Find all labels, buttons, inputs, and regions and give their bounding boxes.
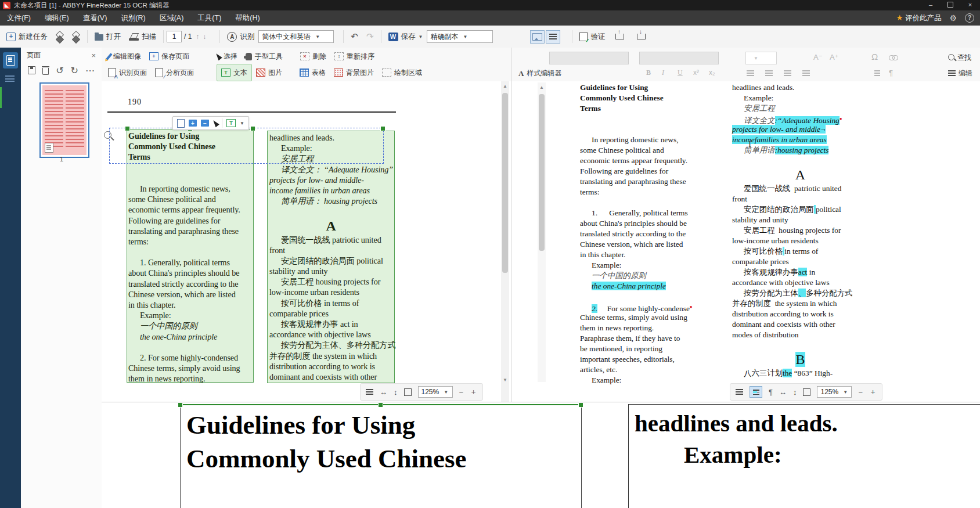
text-list-icon[interactable]: [736, 389, 743, 395]
save-word-button[interactable]: W 保存 ▼: [384, 28, 427, 45]
more-options-icon[interactable]: ⋯: [85, 65, 95, 76]
formatting-marks-icon[interactable]: ¶: [769, 388, 773, 397]
language-select[interactable]: 简体中文和英语 ▼: [258, 30, 334, 43]
scale-select[interactable]: ▼: [745, 52, 777, 64]
align-center-icon[interactable]: [765, 70, 773, 77]
new-task-button[interactable]: + 新建任务: [2, 28, 52, 45]
verify-button[interactable]: ✓ 验证: [575, 28, 609, 45]
edit-image-button[interactable]: 编辑图像: [104, 48, 145, 64]
image-zoom-select[interactable]: 125% ▼: [418, 386, 453, 398]
edit-mode-button[interactable]: 编辑: [948, 69, 972, 78]
fit-width-icon[interactable]: ↔: [779, 388, 787, 397]
save-page-button[interactable]: + 保存页面: [145, 48, 193, 64]
fit-height-icon[interactable]: ↕: [394, 388, 398, 397]
close-panel-icon[interactable]: ×: [91, 51, 96, 60]
undo-button[interactable]: ↶: [347, 28, 362, 45]
analyze-page-button[interactable]: ∕ 分析页面: [151, 64, 198, 81]
font-name-select[interactable]: [549, 52, 629, 64]
menu-edit[interactable]: 编辑(E): [38, 10, 76, 26]
settings-gear-icon[interactable]: ⚙: [949, 13, 957, 23]
scroll-up-icon[interactable]: ▲: [538, 84, 546, 92]
delete-region-button[interactable]: × 删除: [296, 48, 330, 64]
subtract-region-icon[interactable]: −: [201, 120, 209, 127]
align-justify-icon[interactable]: [802, 70, 810, 77]
rate-product-button[interactable]: ★ 评价此产品: [896, 13, 942, 23]
special-symbol-icon[interactable]: Ω: [871, 52, 878, 62]
highlight-uncertain-toggle[interactable]: [750, 386, 762, 398]
trash-icon[interactable]: [42, 68, 49, 75]
zoom-out-icon[interactable]: −: [858, 388, 863, 397]
underline-button[interactable]: U: [678, 69, 683, 77]
minimize-button[interactable]: –: [921, 0, 941, 10]
superscript-button[interactable]: x²: [693, 69, 699, 77]
pages-stack-button[interactable]: [68, 28, 84, 45]
text-scrollbar[interactable]: ▲: [538, 82, 546, 382]
add-region-icon[interactable]: +: [189, 120, 197, 127]
menu-area[interactable]: 区域(A): [153, 10, 191, 26]
image-scrollbar[interactable]: ▲ ▼: [501, 81, 509, 402]
scroll-down-icon[interactable]: ▼: [501, 376, 509, 384]
reorder-button[interactable]: ↕ 重新排序: [330, 48, 379, 64]
hand-tool-button[interactable]: 手型工具: [242, 48, 287, 64]
rotate-left-icon[interactable]: ↺: [56, 65, 63, 76]
page-thumbnail[interactable]: [39, 82, 89, 158]
ocr-column2-text[interactable]: headlines and leads.Example:安居工程译文全文:“Ad…: [732, 82, 869, 379]
font-size-select[interactable]: [639, 52, 719, 64]
text-region-type-icon[interactable]: T: [226, 119, 236, 127]
ocr-column1-text[interactable]: Guidelines for UsingCommonly Used Chines…: [580, 82, 718, 385]
region-type-dropdown-icon[interactable]: ▼: [240, 121, 244, 126]
save-page-icon[interactable]: [28, 66, 35, 74]
background-picture-button[interactable]: 背景图片: [330, 64, 378, 81]
rotate-right-icon[interactable]: ↻: [71, 65, 78, 76]
menu-view[interactable]: 查看(V): [76, 10, 114, 26]
fit-page-icon[interactable]: [404, 388, 412, 396]
style-editor-button[interactable]: A 样式编辑器: [518, 69, 561, 78]
recognize-button[interactable]: A 识别: [223, 28, 258, 45]
draw-region-button[interactable]: 绘制区域: [378, 64, 426, 81]
menu-recognize[interactable]: 识别(R): [114, 10, 152, 26]
page-number-input[interactable]: 1: [167, 31, 182, 42]
save-dropdown-icon[interactable]: ▼: [419, 34, 423, 39]
previous-page-icon[interactable]: ↑: [194, 33, 201, 41]
fit-width-icon[interactable]: ↔: [380, 388, 387, 397]
menu-file[interactable]: 文件(F): [0, 10, 38, 26]
scrollbar-thumb[interactable]: [539, 94, 545, 251]
bold-button[interactable]: B: [646, 69, 651, 77]
help-icon[interactable]: ?: [965, 13, 974, 23]
italic-button[interactable]: I: [662, 69, 664, 77]
paragraph-settings-icon[interactable]: ¶: [889, 69, 893, 77]
previous-error-button[interactable]: ↑: [609, 28, 630, 45]
redo-button[interactable]: ↷: [362, 28, 378, 45]
fit-height-icon[interactable]: ↕: [793, 388, 797, 397]
pages-panel-button[interactable]: [3, 52, 18, 69]
selection-handle[interactable]: [380, 126, 385, 131]
next-page-icon[interactable]: ↓: [201, 33, 208, 41]
menu-help[interactable]: 帮助(H): [228, 10, 266, 26]
picture-region-button[interactable]: 图片: [252, 64, 286, 81]
close-button[interactable]: ×: [960, 0, 980, 10]
scan-button[interactable]: 扫描: [125, 28, 160, 45]
subscript-button[interactable]: x₂: [709, 69, 715, 77]
menu-tools[interactable]: 工具(T): [190, 10, 228, 26]
show-text-pane-toggle[interactable]: [546, 30, 560, 44]
select-tool-button[interactable]: 选择: [212, 48, 242, 64]
open-button[interactable]: 打开: [91, 28, 125, 45]
text-zoom-select[interactable]: 125% ▼: [817, 386, 852, 398]
select-cursor-icon[interactable]: [211, 119, 219, 127]
zoom-in-icon[interactable]: ＋: [869, 387, 877, 397]
format-mode-select[interactable]: 精确副本 ▼: [427, 30, 493, 43]
recognize-page-button[interactable]: A 识别页面: [104, 64, 151, 81]
fit-page-icon[interactable]: [803, 388, 810, 396]
restore-button[interactable]: [941, 0, 960, 10]
decrease-font-icon[interactable]: A⁻: [813, 53, 823, 62]
line-spacing-icon[interactable]: [874, 70, 880, 77]
show-image-pane-toggle[interactable]: [530, 30, 545, 44]
scrollbar-thumb[interactable]: [502, 93, 508, 273]
zoom-in-icon[interactable]: ＋: [470, 387, 477, 397]
table-region-button[interactable]: 表格: [296, 64, 330, 81]
scroll-up-icon[interactable]: ▲: [501, 82, 509, 91]
align-right-icon[interactable]: [784, 70, 791, 77]
zoom-out-icon[interactable]: −: [459, 388, 464, 397]
text-region-button[interactable]: T 文本: [217, 64, 252, 81]
panel-list-button[interactable]: [5, 75, 15, 86]
